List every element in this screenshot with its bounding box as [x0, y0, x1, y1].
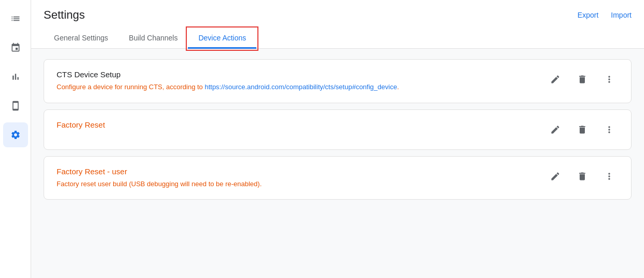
more-vert-icon — [604, 124, 614, 135]
header-actions: Export Import — [578, 11, 632, 19]
factory-reset-edit-button[interactable] — [546, 120, 565, 139]
tab-general-settings[interactable]: General Settings — [44, 29, 118, 49]
card-cts-content: CTS Device Setup Configure a device for … — [57, 70, 533, 92]
factory-reset-user-delete-button[interactable] — [573, 167, 592, 186]
edit-icon — [550, 171, 560, 182]
card-cts-actions — [546, 70, 619, 89]
tab-build-channels[interactable]: Build Channels — [118, 29, 188, 49]
card-factory-reset-user-actions — [546, 167, 619, 186]
card-factory-reset-actions — [546, 120, 619, 139]
sidebar-item-analytics[interactable] — [3, 64, 28, 89]
page-title: Settings — [44, 8, 85, 22]
content-area: CTS Device Setup Configure a device for … — [31, 49, 644, 278]
card-factory-reset-user-title: Factory Reset - user — [57, 167, 533, 176]
main-content: Settings Export Import General Settings … — [31, 0, 644, 278]
cts-edit-button[interactable] — [546, 70, 565, 89]
export-link[interactable]: Export — [578, 11, 598, 19]
settings-icon — [10, 130, 21, 140]
delete-icon — [577, 124, 587, 135]
factory-reset-more-button[interactable] — [600, 120, 619, 139]
factory-reset-user-more-button[interactable] — [600, 167, 619, 186]
sidebar-item-schedule[interactable] — [3, 35, 28, 60]
card-cts-device-setup: CTS Device Setup Configure a device for … — [44, 59, 632, 103]
header-top: Settings Export Import — [44, 8, 632, 22]
delete-icon — [577, 74, 587, 85]
tabs: General Settings Build Channels Device A… — [44, 28, 632, 48]
more-vert-icon — [604, 74, 614, 85]
card-cts-link[interactable]: https://source.android.com/compatibility… — [204, 83, 397, 91]
sidebar — [0, 0, 31, 278]
factory-reset-delete-button[interactable] — [573, 120, 592, 139]
factory-reset-user-edit-button[interactable] — [546, 167, 565, 186]
list-icon — [10, 13, 21, 24]
card-factory-reset-user-desc: Factory reset user build (USB debugging … — [57, 179, 533, 189]
card-factory-reset-title: Factory Reset — [57, 120, 533, 129]
more-vert-icon — [604, 171, 614, 182]
import-link[interactable]: Import — [611, 11, 632, 19]
card-cts-desc: Configure a device for running CTS, acco… — [57, 82, 533, 92]
edit-icon — [550, 124, 560, 135]
card-factory-reset-content: Factory Reset — [57, 120, 533, 132]
sidebar-item-settings[interactable] — [3, 122, 28, 147]
cts-delete-button[interactable] — [573, 70, 592, 89]
calendar-icon — [10, 43, 21, 53]
card-factory-reset-user-content: Factory Reset - user Factory reset user … — [57, 167, 533, 189]
sidebar-item-devices[interactable] — [3, 93, 28, 118]
cts-more-button[interactable] — [600, 70, 619, 89]
card-cts-desc-text: Configure a device for running CTS, acco… — [57, 83, 204, 91]
analytics-icon — [10, 72, 21, 82]
device-icon — [10, 101, 21, 111]
header: Settings Export Import General Settings … — [31, 0, 644, 49]
card-cts-desc-suffix: . — [397, 83, 399, 91]
card-factory-reset: Factory Reset — [44, 109, 632, 150]
delete-icon — [577, 171, 587, 182]
card-cts-title: CTS Device Setup — [57, 70, 533, 79]
sidebar-item-reports[interactable] — [3, 6, 28, 31]
card-factory-reset-user: Factory Reset - user Factory reset user … — [44, 156, 632, 200]
edit-icon — [550, 74, 560, 85]
tab-device-actions[interactable]: Device Actions — [188, 29, 256, 49]
